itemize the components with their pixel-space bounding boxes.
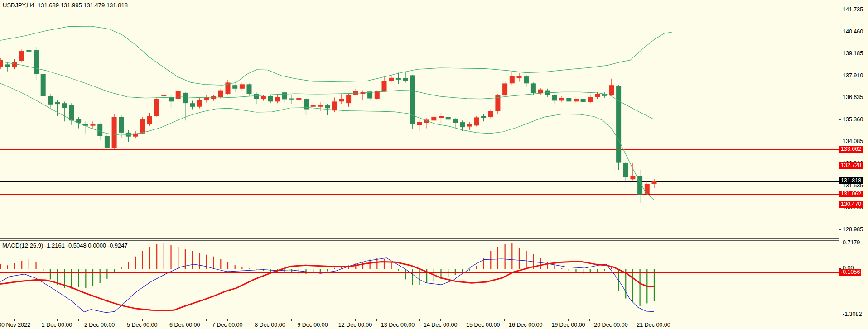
macd-canvas[interactable] — [0, 241, 839, 319]
candle-body — [510, 76, 515, 83]
price-tick-label: 135.360 — [843, 116, 863, 123]
price-tick-mark — [839, 54, 841, 54]
time-tick-mark — [611, 319, 611, 321]
candle-body — [588, 97, 593, 102]
time-tick-label: 20 Dec 00:00 — [594, 322, 627, 328]
price-chart-panel[interactable] — [0, 0, 839, 239]
candle-body — [481, 116, 486, 118]
candle-body — [389, 78, 394, 81]
candle-body — [616, 86, 621, 163]
candle-body — [623, 163, 628, 177]
time-tick-mark — [291, 319, 292, 321]
candle-body — [574, 99, 579, 102]
candle-body — [431, 117, 436, 120]
candle-body — [339, 99, 344, 102]
candle-body — [190, 103, 195, 107]
price-tick-label: 128.985 — [843, 226, 863, 233]
time-tick-mark — [78, 319, 79, 321]
candle-body — [566, 98, 571, 102]
price-tick-label: 140.460 — [843, 29, 863, 35]
candle-body — [275, 97, 280, 102]
time-tick-mark — [206, 319, 207, 321]
time-tick-mark — [249, 319, 249, 321]
candle-body — [325, 105, 330, 108]
candle-body — [417, 122, 422, 125]
time-tick-mark — [57, 319, 58, 321]
time-tick-label: 7 Dec 00:00 — [212, 322, 242, 328]
price-tick-mark — [839, 208, 841, 208]
candle-body — [282, 92, 287, 99]
time-tick-mark — [14, 319, 15, 321]
candle-body — [474, 117, 479, 125]
price-axis[interactable]: 141.735140.460139.185137.910136.635135.3… — [839, 0, 868, 319]
candle-body — [247, 84, 252, 94]
time-tick-mark — [526, 319, 526, 321]
time-tick-mark — [419, 319, 420, 321]
candle-body — [382, 81, 387, 91]
candle-body — [502, 83, 507, 95]
price-tick-label: 139.185 — [843, 50, 863, 57]
candle-body — [289, 99, 294, 100]
time-tick-label: 16 Dec 00:00 — [509, 322, 542, 328]
time-tick-mark — [185, 319, 185, 321]
price-chart-canvas[interactable] — [0, 0, 839, 238]
candle-body — [595, 94, 600, 97]
candle-body — [609, 85, 614, 95]
time-tick-label: 14 Dec 00:00 — [424, 322, 457, 328]
time-tick-label: 21 Dec 00:00 — [637, 322, 670, 328]
candle-body — [531, 83, 536, 93]
time-tick-label: 12 Dec 00:00 — [338, 322, 372, 328]
time-tick-label: 19 Dec 00:00 — [551, 322, 585, 328]
candle-body — [446, 117, 451, 120]
time-tick-mark — [483, 319, 483, 321]
time-tick-label: 6 Dec 00:00 — [169, 322, 200, 328]
price-tick-mark — [839, 119, 841, 120]
candle-body — [169, 97, 174, 102]
candle-body — [559, 98, 564, 101]
candle-body — [218, 91, 223, 97]
time-tick-mark — [100, 319, 100, 321]
candle-body — [26, 50, 31, 52]
candle-body — [147, 116, 152, 124]
price-tick-mark — [839, 32, 841, 32]
time-tick-label: 8 Dec 00:00 — [255, 322, 285, 328]
time-tick-label: 9 Dec 00:00 — [297, 322, 328, 328]
macd-indicator-label: MACD(12,26,9) -1.2161 -0.5048 0.0000 -0.… — [2, 242, 128, 249]
candle-body — [62, 103, 67, 108]
candle-body — [19, 51, 24, 61]
time-tick-mark — [462, 319, 462, 321]
price-level-label: 130.470 — [839, 201, 863, 208]
time-tick-mark — [270, 319, 270, 321]
price-tick-mark — [839, 10, 841, 10]
macd-level-label: -0.1056 — [839, 269, 861, 276]
candle-body — [41, 74, 46, 96]
bollinger-upper-band — [0, 26, 672, 85]
macd-tick-mark — [839, 243, 841, 243]
time-tick-label: 13 Dec 00:00 — [381, 322, 415, 328]
time-tick-mark — [121, 319, 121, 321]
candle-body — [467, 124, 472, 126]
candle-body — [34, 50, 39, 74]
trading-chart-window: USDJPY,H4 131.689 131.995 131.479 131.81… — [0, 0, 868, 329]
time-axis[interactable]: 30 Nov 20221 Dec 00:002 Dec 00:005 Dec 0… — [0, 319, 868, 329]
macd-tick-mark — [839, 315, 841, 315]
price-level-label: 131.062 — [839, 191, 863, 197]
candle-body — [112, 117, 117, 148]
macd-tick-label: 0.7179 — [843, 239, 860, 246]
price-tick-label: 141.735 — [843, 6, 863, 13]
macd-histogram — [0, 243, 654, 306]
candle-body — [140, 119, 145, 134]
candle-body — [183, 93, 188, 103]
macd-indicator-panel[interactable] — [0, 240, 839, 319]
candle-body — [48, 96, 53, 105]
candle-body — [261, 96, 266, 99]
price-tick-label: 134.085 — [843, 138, 863, 144]
candle-body — [55, 102, 60, 105]
candle-body — [652, 181, 657, 184]
candle-body — [176, 91, 181, 99]
candle-body — [119, 117, 124, 133]
candle-body — [311, 105, 316, 107]
candle-body — [645, 184, 650, 194]
time-tick-mark — [440, 319, 441, 321]
time-tick-mark — [504, 319, 505, 321]
